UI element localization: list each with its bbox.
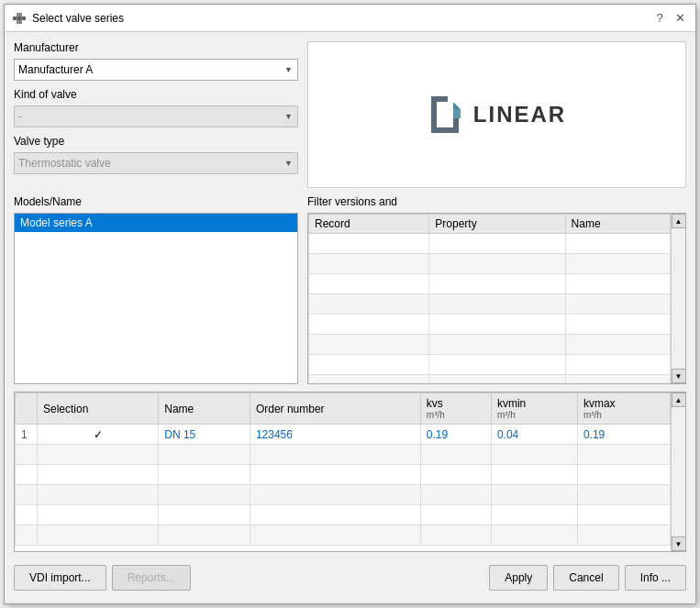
linear-logo-icon (428, 93, 464, 137)
close-button[interactable]: ✕ (672, 10, 688, 27)
left-panel-form: Manufacturer Manufacturer A Kind of valv… (14, 41, 298, 188)
models-panel: Models/Name Model series A (14, 195, 298, 384)
kind-of-valve-select-wrapper: - (14, 105, 298, 127)
filter-table-container: Record Property Name (308, 214, 685, 383)
filter-col-record: Record (309, 215, 429, 234)
main-table-inner: Selection Name Order number kvs m³/h kvm… (15, 392, 685, 551)
filter-col-property: Property (429, 215, 565, 234)
title-bar-left: Select valve series (12, 11, 124, 26)
title-bar: Select valve series ? ✕ (5, 5, 695, 32)
bottom-table-section: Selection Name Order number kvs m³/h kvm… (14, 392, 686, 552)
filter-row (309, 294, 671, 315)
filter-row (309, 274, 671, 294)
dialog-content: Manufacturer Manufacturer A Kind of valv… (5, 32, 695, 603)
select-valve-series-dialog: Select valve series ? ✕ Manufacturer Man… (4, 4, 696, 604)
filter-table-wrapper: Record Property Name (307, 213, 686, 384)
valve-type-label: Valve type (14, 135, 298, 148)
filter-scrollbar[interactable]: ▲ ▼ (671, 214, 685, 383)
col-rownum (16, 393, 38, 425)
kind-of-valve-label: Kind of valve (14, 88, 298, 101)
table-row (16, 465, 671, 485)
main-table-scroll-down[interactable]: ▼ (672, 536, 686, 551)
main-table-wrapper: Selection Name Order number kvs m³/h kvm… (14, 392, 686, 552)
filter-table: Record Property Name (308, 214, 671, 383)
manufacturer-select-wrapper: Manufacturer A (14, 59, 298, 81)
filter-row (309, 234, 671, 254)
svg-marker-5 (453, 109, 461, 118)
table-row (16, 445, 671, 465)
kind-of-valve-select[interactable]: - (14, 105, 298, 127)
logo-text: LINEAR (473, 102, 566, 127)
row-order-number[interactable]: 123456 (250, 425, 420, 445)
filter-table-scroll[interactable]: Record Property Name (308, 214, 671, 383)
filter-row (309, 254, 671, 274)
col-kvmax: kvmax m³/h (577, 393, 670, 425)
filter-row (309, 335, 671, 355)
manufacturer-select[interactable]: Manufacturer A (14, 59, 298, 81)
col-name: Name (159, 393, 250, 425)
row-kvmax: 0.19 (577, 425, 670, 445)
table-row (16, 505, 671, 525)
valve-type-select[interactable]: Thermostatic valve (14, 152, 298, 174)
reports-button[interactable]: Reports... (112, 565, 191, 591)
row-kvmin: 0.04 (491, 425, 577, 445)
table-row[interactable]: 1 ✓ DN 15 123456 0.19 0.04 0.19 (16, 425, 671, 445)
logo-area: LINEAR (428, 93, 566, 137)
filter-panel: Filter versions and Record Property Name (307, 195, 686, 384)
main-table: Selection Name Order number kvs m³/h kvm… (15, 392, 671, 546)
col-kvmin: kvmin m³/h (491, 393, 577, 425)
col-order-number: Order number (250, 393, 420, 425)
models-list[interactable]: Model series A (14, 213, 298, 384)
btn-row-left: VDI import... Reports... (14, 565, 191, 591)
row-kvs: 0.19 (420, 425, 491, 445)
apply-button[interactable]: Apply (489, 565, 548, 591)
filter-row (309, 315, 671, 335)
filter-scroll-up[interactable]: ▲ (672, 214, 686, 228)
col-selection: Selection (38, 393, 159, 425)
models-label: Models/Name (14, 195, 298, 208)
top-section: Manufacturer Manufacturer A Kind of valv… (14, 41, 686, 188)
filter-label: Filter versions and (307, 195, 686, 208)
filter-col-name: Name (565, 215, 670, 234)
filter-scroll-down[interactable]: ▼ (672, 369, 686, 383)
btn-row-right: Apply Cancel Info ... (489, 565, 686, 591)
cancel-button[interactable]: Cancel (553, 565, 618, 591)
logo-panel: LINEAR (307, 41, 686, 188)
row-name[interactable]: DN 15 (159, 425, 250, 445)
help-button[interactable]: ? (651, 10, 668, 27)
main-table-scroll[interactable]: Selection Name Order number kvs m³/h kvm… (15, 392, 671, 551)
main-table-scrollbar[interactable]: ▲ ▼ (671, 392, 685, 551)
row-num: 1 (16, 425, 38, 445)
button-row: VDI import... Reports... Apply Cancel In… (14, 559, 686, 594)
dialog-icon (12, 11, 27, 26)
row-selection: ✓ (38, 425, 159, 445)
filter-row (309, 355, 671, 375)
middle-section: Models/Name Model series A Filter versio… (14, 195, 686, 384)
main-table-scroll-up[interactable]: ▲ (672, 392, 686, 407)
col-kvs: kvs m³/h (420, 393, 491, 425)
table-row (16, 525, 671, 546)
model-series-a-item[interactable]: Model series A (15, 214, 297, 232)
svg-point-2 (17, 17, 21, 20)
svg-marker-4 (448, 96, 461, 109)
filter-row (309, 375, 671, 384)
vdi-import-button[interactable]: VDI import... (14, 565, 106, 591)
valve-type-select-wrapper: Thermostatic valve (14, 152, 298, 174)
dialog-title: Select valve series (32, 12, 124, 25)
manufacturer-label: Manufacturer (14, 41, 298, 54)
title-bar-controls: ? ✕ (651, 10, 688, 27)
table-row (16, 485, 671, 505)
info-button[interactable]: Info ... (625, 565, 686, 591)
